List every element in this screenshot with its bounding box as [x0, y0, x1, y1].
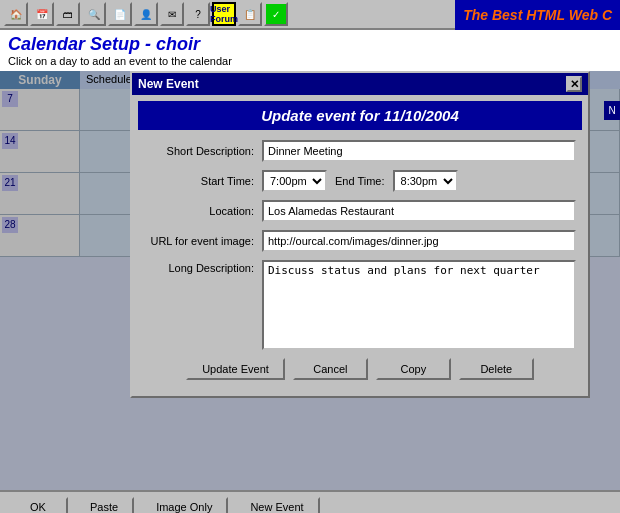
dialog-close-button[interactable]: ✕: [566, 76, 582, 92]
dialog-header: Update event for 11/10/2004: [138, 101, 582, 130]
short-description-label: Short Description:: [144, 145, 254, 157]
url-input[interactable]: [262, 230, 576, 252]
modal-overlay: New Event ✕ Update event for 11/10/2004 …: [0, 71, 620, 513]
page-subtitle: Click on a day to add an event to the ca…: [8, 55, 612, 67]
page-title: Calendar Setup - choir: [8, 34, 612, 55]
cancel-button[interactable]: Cancel: [293, 358, 368, 380]
update-event-button[interactable]: Update Event: [186, 358, 285, 380]
toolbar-icon-mail[interactable]: ✉: [160, 2, 184, 26]
toolbar-icon-forum[interactable]: UserForum: [212, 2, 236, 26]
dialog-buttons: Update Event Cancel Copy Delete: [144, 358, 576, 388]
toolbar-icon-home[interactable]: 🏠: [4, 2, 28, 26]
image-only-button[interactable]: Image Only: [140, 497, 228, 513]
delete-button[interactable]: Delete: [459, 358, 534, 380]
time-row: Start Time: 7:00pm 6:00pm 6:30pm 7:30pm …: [144, 170, 576, 192]
dialog-body: Short Description: Start Time: 7:00pm 6:…: [132, 136, 588, 396]
new-event-button[interactable]: New Event: [234, 497, 319, 513]
toolbar-icon-search[interactable]: 🔍: [82, 2, 106, 26]
location-label: Location:: [144, 205, 254, 217]
toolbar-icon-help[interactable]: ?: [186, 2, 210, 26]
long-description-row: Long Description: Discuss status and pla…: [144, 260, 576, 350]
start-time-label: Start Time:: [144, 175, 254, 187]
location-input[interactable]: [262, 200, 576, 222]
toolbar-icon-table[interactable]: 🗃: [56, 2, 80, 26]
url-label: URL for event image:: [144, 234, 254, 248]
toolbar: 🏠 📅 🗃 🔍 📄 👤 ✉ ? UserForum 📋 ✓ The Best H…: [0, 0, 620, 30]
dialog-title: New Event: [138, 77, 199, 91]
toolbar-icon-doc[interactable]: 📄: [108, 2, 132, 26]
location-row: Location:: [144, 200, 576, 222]
start-time-select[interactable]: 7:00pm 6:00pm 6:30pm 7:30pm 8:00pm: [262, 170, 327, 192]
copy-button[interactable]: Copy: [376, 358, 451, 380]
toolbar-icon-cal[interactable]: 📅: [30, 2, 54, 26]
toolbar-icon-green[interactable]: ✓: [264, 2, 288, 26]
url-row: URL for event image:: [144, 230, 576, 252]
page-header: Calendar Setup - choir Click on a day to…: [0, 30, 620, 71]
new-event-dialog: New Event ✕ Update event for 11/10/2004 …: [130, 71, 590, 398]
long-description-textarea[interactable]: Discuss status and plans for next quarte…: [262, 260, 576, 350]
site-title: The Best HTML Web C: [455, 0, 620, 30]
end-time-label: End Time:: [335, 175, 385, 187]
dialog-titlebar: New Event ✕: [132, 73, 588, 95]
paste-button[interactable]: Paste: [74, 497, 134, 513]
toolbar-icon-support[interactable]: 📋: [238, 2, 262, 26]
toolbar-icon-person[interactable]: 👤: [134, 2, 158, 26]
nav-right[interactable]: N: [604, 101, 620, 120]
end-time-select[interactable]: 8:30pm 7:00pm 7:30pm 8:00pm 9:00pm: [393, 170, 458, 192]
ok-button[interactable]: OK: [8, 497, 68, 513]
short-description-row: Short Description:: [144, 140, 576, 162]
main-area: Sunday Schedule 7 14 21 28 New Event ✕: [0, 71, 620, 513]
short-description-input[interactable]: [262, 140, 576, 162]
long-description-label: Long Description:: [144, 262, 254, 274]
bottom-bar: OK Paste Image Only New Event: [0, 490, 620, 513]
